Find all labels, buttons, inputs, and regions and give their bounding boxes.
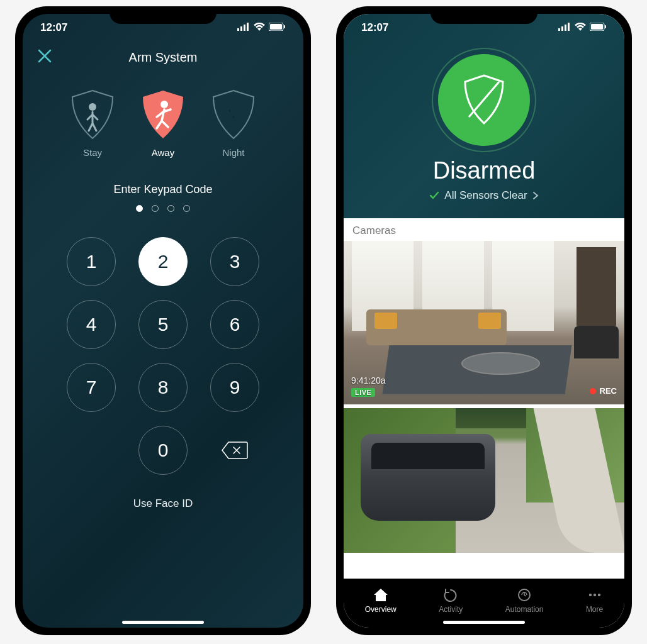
mode-away[interactable]: Away: [140, 89, 186, 158]
tab-automation[interactable]: Automation: [505, 587, 544, 614]
key-0[interactable]: 0: [138, 426, 188, 475]
mode-stay[interactable]: Stay: [70, 89, 115, 158]
status-time: 12:07: [361, 21, 388, 34]
shield-night-icon: [211, 89, 256, 141]
key-5[interactable]: 5: [138, 300, 188, 349]
rec-label: REC: [600, 386, 617, 396]
mode-label: Night: [222, 147, 244, 158]
shield-away-icon: [140, 89, 186, 141]
mode-label: Away: [152, 147, 174, 158]
camera-feed-driveway[interactable]: [344, 408, 624, 553]
key-delete[interactable]: [210, 426, 259, 475]
svg-point-21: [593, 594, 595, 596]
key-3[interactable]: 3: [210, 237, 259, 286]
pin-dot: [152, 205, 159, 212]
signal-icon: [558, 21, 571, 34]
camera-thumbnail: [344, 408, 624, 553]
key-9[interactable]: 9: [210, 363, 259, 412]
svg-rect-2: [244, 25, 245, 31]
camera-feed-living-room[interactable]: 9:41:20a LIVE REC: [344, 241, 624, 404]
check-icon: [429, 191, 439, 201]
arm-modes: Stay Away Night: [23, 89, 303, 158]
svg-point-20: [588, 594, 591, 596]
svg-rect-16: [591, 24, 603, 30]
svg-rect-5: [270, 24, 282, 30]
svg-rect-14: [568, 23, 570, 31]
phone-arm-system: 12:07 Arm System: [15, 6, 311, 635]
tab-label: Activity: [439, 605, 463, 614]
notch: [110, 6, 217, 24]
notch: [430, 6, 537, 24]
shield-stay-icon: [70, 89, 115, 141]
more-icon: [587, 587, 603, 602]
svg-point-8: [160, 101, 168, 108]
tab-label: Overview: [365, 605, 397, 614]
sensor-status-button[interactable]: All Sensors Clear: [344, 189, 624, 202]
svg-point-10: [233, 116, 235, 118]
keypad-prompt: Enter Keypad Code: [23, 183, 303, 196]
camera-timestamp: 9:41:20a: [351, 375, 386, 386]
tab-more[interactable]: More: [586, 587, 603, 614]
pin-dot: [167, 205, 174, 212]
home-icon: [373, 587, 389, 602]
close-icon[interactable]: [38, 47, 52, 67]
battery-icon: [590, 21, 607, 34]
svg-rect-11: [558, 28, 560, 31]
status-time: 12:07: [40, 21, 67, 34]
svg-rect-1: [240, 26, 242, 31]
wifi-icon: [254, 21, 265, 34]
key-1[interactable]: 1: [67, 237, 116, 286]
system-status-title: Disarmed: [344, 157, 624, 184]
svg-rect-0: [237, 28, 239, 31]
mode-night[interactable]: Night: [211, 89, 256, 158]
page-title: Arm System: [38, 50, 288, 65]
svg-rect-6: [284, 25, 285, 28]
wifi-icon: [575, 21, 586, 34]
signal-icon: [237, 21, 250, 34]
svg-rect-13: [565, 25, 566, 31]
tab-label: More: [586, 605, 603, 614]
home-indicator[interactable]: [122, 621, 204, 624]
sensor-status-label: All Sensors Clear: [444, 189, 527, 202]
svg-point-22: [597, 594, 600, 596]
keypad: 1 2 3 4 5 6 7 8 9 0: [23, 237, 303, 475]
key-4[interactable]: 4: [67, 300, 116, 349]
tab-activity[interactable]: Activity: [439, 587, 463, 614]
pin-dot: [136, 205, 143, 212]
system-status-button[interactable]: [438, 54, 530, 146]
home-indicator[interactable]: [443, 621, 525, 624]
svg-point-7: [89, 103, 96, 111]
tab-overview[interactable]: Overview: [365, 587, 397, 614]
live-badge: LIVE: [351, 388, 375, 397]
svg-rect-3: [247, 23, 249, 31]
phone-home: 12:07: [336, 6, 632, 635]
key-7[interactable]: 7: [67, 363, 116, 412]
pin-indicator: [23, 205, 303, 212]
key-6[interactable]: 6: [210, 300, 259, 349]
use-face-id-button[interactable]: Use Face ID: [23, 497, 303, 510]
backspace-icon: [221, 441, 249, 460]
activity-icon: [442, 587, 459, 602]
svg-rect-12: [561, 26, 563, 31]
rec-dot-icon: [590, 388, 596, 394]
svg-point-9: [229, 110, 231, 112]
automation-icon: [516, 587, 532, 602]
key-8[interactable]: 8: [138, 363, 188, 412]
rec-badge: REC: [590, 386, 617, 396]
pin-dot: [183, 205, 190, 212]
svg-rect-17: [605, 25, 606, 28]
mode-label: Stay: [83, 147, 102, 158]
cameras-heading: Cameras: [344, 218, 624, 241]
chevron-right-icon: [532, 191, 539, 200]
key-2[interactable]: 2: [138, 237, 188, 286]
battery-icon: [269, 21, 286, 34]
key-blank: [67, 426, 116, 475]
tab-label: Automation: [505, 605, 544, 614]
